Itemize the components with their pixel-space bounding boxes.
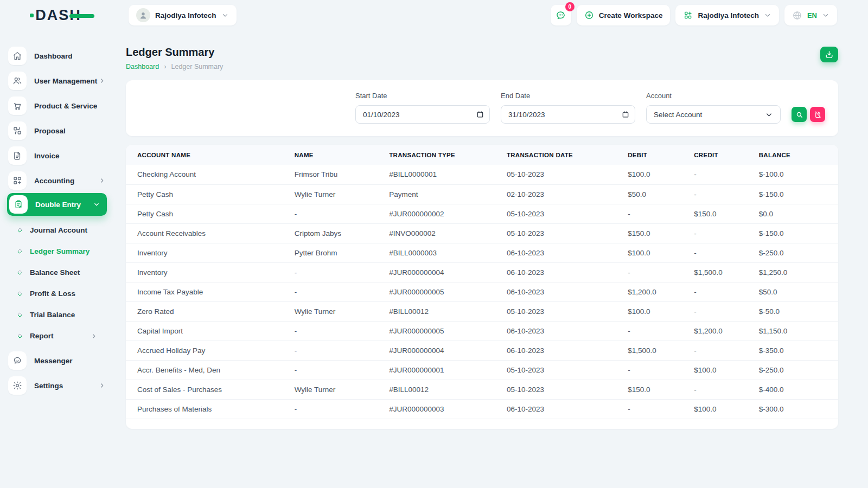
create-workspace-label: Create Workspace (599, 11, 663, 20)
sidebar: DashboardUser ManagementProduct & Servic… (0, 30, 117, 488)
sidebar-item-label: Messenger (34, 357, 73, 365)
sidebar-item-settings[interactable]: Settings (0, 373, 117, 398)
sidebar-item-label: Accounting (34, 177, 74, 185)
plus-circle-icon (584, 10, 594, 20)
account-selector[interactable]: Rajodiya Infotech (675, 5, 779, 25)
table-cell: Accrued Holiday Pay (126, 341, 289, 360)
reset-button[interactable] (810, 107, 825, 122)
table-cell: #JUR000000005 (384, 282, 501, 301)
breadcrumb-dashboard-link[interactable]: Dashboard (126, 63, 159, 70)
table-row: Accr. Benefits - Med, Den-#JUR0000000010… (126, 360, 838, 380)
download-button[interactable] (820, 47, 838, 62)
table-cell: #JUR000000005 (384, 321, 501, 341)
table-cell: 06-10-2023 (501, 341, 622, 360)
table-cell: #BILL0000001 (384, 165, 501, 184)
gear-icon (8, 376, 27, 395)
search-button[interactable] (792, 107, 807, 122)
column-header-transaction-type: TRANSACTION TYPE (384, 145, 501, 165)
table-cell: Checking Account (126, 165, 289, 184)
table-cell: $1,200.0 (622, 282, 688, 301)
chevron-right-icon (98, 177, 106, 184)
table-cell: $-50.0 (754, 301, 838, 321)
start-date-input[interactable] (355, 105, 490, 124)
sidebar-item-user-management[interactable]: User Management (0, 68, 117, 93)
home-icon (8, 47, 27, 65)
account-select[interactable]: Select Account (646, 105, 781, 124)
chevron-down-icon (765, 111, 773, 119)
sidebar-subitem-ledger-summary[interactable]: Ledger Summary (0, 241, 117, 262)
table-cell: #BILL0000003 (384, 243, 501, 262)
table-row: Checking AccountFrimsor Tribu#BILL000000… (126, 165, 838, 184)
app-logo[interactable]: DASH (35, 7, 81, 24)
table-cell: Zero Rated (126, 301, 289, 321)
table-cell: Criptom Jabys (289, 223, 384, 243)
chat-bubble-icon (555, 10, 566, 21)
workspace-selector-label: Rajodiya Infotech (155, 11, 216, 20)
sidebar-subitem-balance-sheet[interactable]: Balance Sheet (0, 262, 117, 283)
messages-button[interactable]: 0 (551, 5, 571, 25)
sidebar-item-messenger[interactable]: Messenger (0, 348, 117, 373)
sidebar-item-accounting[interactable]: Accounting (0, 168, 117, 193)
table-cell: - (622, 360, 688, 380)
table-row: Cost of Sales - PurchasesWylie Turner#BI… (126, 380, 838, 399)
table-cell: $-300.0 (754, 399, 838, 419)
table-cell: $100.0 (688, 360, 753, 380)
chevron-down-icon (93, 201, 100, 208)
breadcrumb-current: Ledger Summary (171, 63, 224, 70)
logo-accent-dash (69, 14, 94, 18)
sidebar-item-label: Product & Service (34, 102, 97, 110)
sidebar-subitem-profit-loss[interactable]: Profit & Loss (0, 283, 117, 304)
table-row: Account ReceivablesCriptom Jabys#INVO000… (126, 223, 838, 243)
table-cell: #JUR000000001 (384, 360, 501, 380)
table-cell: $1,500.0 (622, 341, 688, 360)
table-cell: Wylie Turner (289, 380, 384, 399)
sidebar-item-proposal[interactable]: Proposal (0, 118, 117, 143)
end-date-input[interactable] (501, 105, 635, 124)
table-cell: 05-10-2023 (501, 360, 622, 380)
bullet-icon (17, 333, 23, 339)
table-cell: 02-10-2023 (501, 184, 622, 204)
table-cell: #JUR000000004 (384, 341, 501, 360)
download-icon (825, 50, 834, 59)
table-cell: - (688, 282, 753, 301)
sidebar-subitem-journal-account[interactable]: Journal Account (0, 220, 117, 241)
sidebar-item-invoice[interactable]: Invoice (0, 143, 117, 168)
table-cell: Income Tax Payable (126, 282, 289, 301)
table-cell: - (688, 341, 753, 360)
messages-badge: 0 (565, 2, 575, 11)
table-cell: - (688, 301, 753, 321)
sidebar-item-product-service[interactable]: Product & Service (0, 93, 117, 118)
table-cell: $150.0 (622, 380, 688, 399)
table-cell: - (289, 399, 384, 419)
chevron-down-icon (764, 11, 771, 19)
table-cell: #JUR000000004 (384, 262, 501, 282)
column-header-transaction-date: TRANSACTION DATE (501, 145, 622, 165)
language-label: EN (807, 11, 817, 20)
sidebar-item-double-entry[interactable]: Double Entry (7, 193, 107, 216)
create-workspace-button[interactable]: Create Workspace (577, 5, 671, 25)
workspace-selector[interactable]: Rajodiya Infotech (129, 5, 237, 25)
sidebar-subitem-label: Trial Balance (30, 311, 75, 319)
main-content: Ledger Summary Dashboard › Ledger Summar… (117, 30, 868, 488)
table-cell: Wylie Turner (289, 184, 384, 204)
language-selector[interactable]: EN (784, 5, 837, 25)
table-row: Purchases of Materials-#JUR00000000306-1… (126, 399, 838, 419)
sidebar-subitem-trial-balance[interactable]: Trial Balance (0, 304, 117, 325)
table-cell: $150.0 (622, 223, 688, 243)
sidebar-item-dashboard[interactable]: Dashboard (0, 43, 117, 68)
table-cell: - (622, 399, 688, 419)
end-date-label: End Date (501, 92, 635, 100)
sidebar-subitem-report[interactable]: Report (0, 325, 117, 346)
sidebar-item-label: User Management (34, 77, 97, 85)
table-cell: Capital Import (126, 321, 289, 341)
workspace-grid-icon (683, 10, 693, 20)
start-date-label: Start Date (355, 92, 490, 100)
table-row: Capital Import-#JUR00000000506-10-2023-$… (126, 321, 838, 341)
ledger-table-card: ACCOUNT NAMENAMETRANSACTION TYPETRANSACT… (126, 145, 838, 429)
table-cell: $1,150.0 (754, 321, 838, 341)
table-cell: - (622, 262, 688, 282)
column-header-balance: BALANCE (754, 145, 838, 165)
table-cell: - (289, 204, 384, 223)
table-cell: #BILL00012 (384, 301, 501, 321)
bullet-icon (17, 249, 23, 254)
